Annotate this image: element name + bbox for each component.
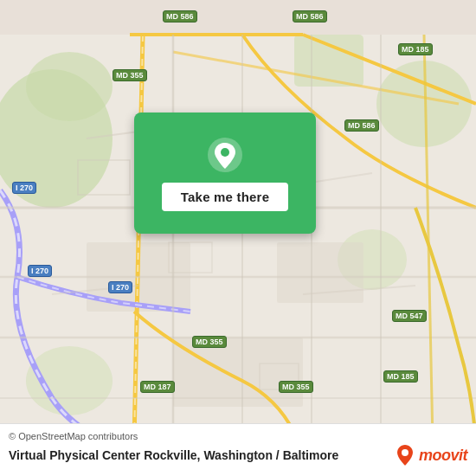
svg-point-33: [221, 148, 229, 157]
moovit-logo: moovit: [393, 443, 467, 467]
copyright-text: © OpenStreetMap contributors: [9, 431, 467, 441]
location-title: Virtual Physical Center Rockville, Washi…: [9, 448, 338, 462]
location-pin-icon: [206, 136, 244, 174]
svg-rect-9: [173, 338, 303, 407]
svg-rect-3: [294, 35, 363, 87]
destination-card[interactable]: Take me there: [134, 113, 316, 234]
take-me-there-button[interactable]: Take me there: [162, 183, 288, 211]
svg-point-2: [26, 52, 113, 121]
road-badge-md586-top2: MD 586: [293, 10, 327, 23]
road-badge-i270-bottom2: I 270: [108, 281, 132, 293]
road-badge-md355-top: MD 355: [113, 69, 147, 81]
road-badge-md586-top1: MD 586: [163, 10, 197, 23]
svg-point-34: [402, 449, 408, 456]
road-badge-md355-bottom: MD 355: [192, 336, 227, 348]
map-container: MD 586 MD 586 MD 185 MD 586 MD 355 I 270…: [0, 0, 476, 476]
road-badge-md187: MD 187: [140, 381, 175, 393]
bottom-info-bar: © OpenStreetMap contributors Virtual Phy…: [0, 423, 476, 476]
road-badge-i270-left: I 270: [12, 182, 36, 194]
road-badge-md185-bottom: MD 185: [383, 370, 418, 383]
moovit-pin-icon: [393, 443, 417, 467]
map-roads: [0, 0, 476, 476]
bottom-row: Virtual Physical Center Rockville, Washi…: [9, 443, 467, 467]
moovit-brand-text: moovit: [419, 447, 467, 465]
road-badge-i270-bottom1: I 270: [28, 265, 52, 277]
road-badge-md586-mid: MD 586: [344, 119, 379, 132]
road-badge-md355-bottom2: MD 355: [279, 381, 313, 393]
road-badge-md185-top: MD 185: [398, 43, 433, 55]
svg-rect-8: [277, 242, 363, 303]
road-badge-md547: MD 547: [392, 310, 427, 322]
